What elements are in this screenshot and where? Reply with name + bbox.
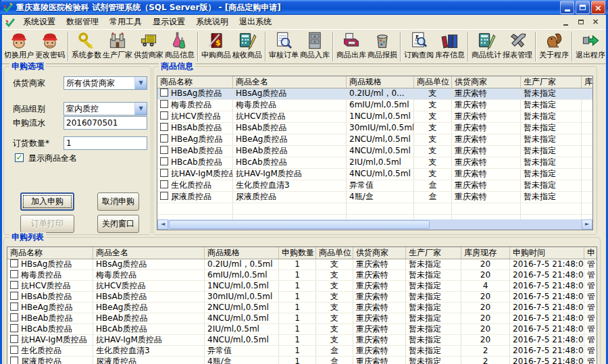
print-order-button[interactable]: 订单打印 (20, 215, 74, 233)
show-full-name-checkbox[interactable]: ✓ (15, 153, 24, 162)
toolbar-button-switch-user[interactable]: 切换用户 (3, 30, 34, 63)
toolbar-button-exit[interactable]: 退出程序 (575, 30, 606, 63)
table-row[interactable]: HBsAg质控品HBsAg质控品0.2IU/ml，0...支重庆索特暂未指定 (157, 88, 592, 100)
toolbar-button-stock-in[interactable]: 商品入库 (299, 30, 330, 63)
row-checkbox[interactable] (160, 88, 168, 97)
column-header[interactable]: 商品单位 (316, 247, 353, 259)
toolbar-button-order-review[interactable]: EFPTOZ订购查阅 (403, 30, 434, 63)
table-row[interactable]: 梅毒质控品梅毒质控品6mIU/ml,0.5ml支重庆索特暂未指定 (157, 100, 592, 111)
row-checkbox[interactable] (10, 259, 18, 267)
table-row[interactable]: HBeAg质控品HBeAg质控品2NCU/ml,0.5ml支重庆索特暂未指定 (157, 134, 592, 146)
row-checkbox[interactable] (160, 146, 168, 154)
table-row[interactable]: 抗HCV质控品抗HCV质控品1NCU/ml,0.5ml1支重庆索特暂未指定420… (7, 281, 597, 292)
child-minimize-button[interactable] (559, 16, 572, 28)
column-header[interactable]: 商品规格 (347, 76, 414, 88)
row-checkbox[interactable] (160, 192, 168, 200)
table-row[interactable]: HBeAb质控品HBeAb质控品4NCU/ml,0.5ml支重庆索特暂未指定 (157, 146, 592, 157)
column-header[interactable]: 商品单位 (414, 76, 452, 88)
row-checkbox[interactable] (10, 303, 18, 311)
column-header[interactable]: 申购数量 (279, 247, 316, 259)
column-header[interactable]: 商品名称 (7, 247, 93, 259)
column-header[interactable]: 申购时间 (510, 247, 584, 259)
row-checkbox[interactable] (10, 281, 18, 289)
row-checkbox[interactable] (10, 335, 18, 343)
toolbar-button-purchase-request[interactable]: $申购商品 (201, 30, 232, 63)
close-window-button[interactable]: 关闭窗口 (97, 215, 139, 233)
table-row[interactable]: HBsAb质控品HBsAb质控品30mIU/ml,0.5ml支重庆索特暂未指定 (157, 123, 592, 134)
column-header[interactable]: 库 (582, 76, 593, 88)
table-row[interactable]: HBsAb质控品HBsAb质控品30mIU/ml,0.5ml1支重庆索特暂未指定… (7, 292, 597, 303)
table-row[interactable]: 生化质控品生化质控血清3异常值盒重庆索特暂未指定 (157, 180, 592, 192)
menu-item-data-management[interactable]: 数据管理 (61, 16, 104, 28)
toolbar-button-inventory-info[interactable]: 库存信息 (434, 30, 465, 63)
table-row[interactable]: HBsAg质控品HBsAg质控品0.2IU/ml，0.5ml1支重庆索特暂未指定… (7, 259, 597, 270)
table-row[interactable]: HBeAg质控品HBeAg质控品2NCU/ml,0.5ml1支重庆索特暂未指定2… (7, 303, 597, 313)
row-checkbox[interactable] (10, 270, 18, 278)
horizontal-scrollbar[interactable]: ◄ ► (157, 219, 592, 230)
toolbar-button-product-info[interactable]: 商品信息 (164, 30, 195, 63)
close-button[interactable]: × (591, 1, 605, 14)
toolbar-button-receive-goods[interactable]: 核收商品 (232, 30, 263, 63)
menu-item-exit-system[interactable]: 退出系统 (234, 16, 277, 28)
minimize-button[interactable] (560, 1, 574, 14)
table-row[interactable]: HBcAb质控品HBcAb质控品2IU/ml,0.5ml支重庆索特暂未指定 (157, 157, 592, 169)
column-header[interactable]: 商品名称 (157, 76, 233, 88)
child-restore-button[interactable] (574, 16, 587, 28)
table-row[interactable]: 尿液质控品尿液质控品4瓶/盒盒重庆索特暂未指定 (157, 192, 592, 203)
row-checkbox[interactable] (160, 169, 168, 177)
menu-item-system-settings[interactable]: 系统设置 (18, 16, 61, 28)
column-header[interactable]: 库房现存 (461, 247, 510, 259)
add-to-request-button[interactable]: 加入申购 (20, 192, 74, 211)
toolbar-button-manufacturers[interactable]: 生产厂家 (102, 30, 133, 63)
chevron-down-icon[interactable]: ▼ (134, 103, 147, 115)
toolbar-button-stock-out[interactable]: 商品出库 (336, 30, 367, 63)
row-checkbox[interactable] (10, 313, 18, 321)
row-checkbox[interactable] (160, 111, 168, 120)
toolbar-button-about[interactable]: 关于程序 (538, 30, 569, 63)
column-header[interactable]: 供货商家 (353, 247, 406, 259)
menu-item-display-settings[interactable]: 显示设置 (147, 16, 191, 28)
column-header[interactable]: 商品规格 (205, 247, 279, 259)
scroll-left-icon[interactable]: ◄ (157, 219, 168, 230)
toolbar-button-change-password[interactable]: 更改密码 (34, 30, 66, 63)
table-row[interactable]: 抗HAV-IgM质控品抗HAV-IgM质控品4NCU/ml,0.5ml1支重庆索… (7, 335, 597, 346)
toolbar-button-report-loss[interactable]: 商品报损 (367, 30, 398, 63)
menu-item-common-tools[interactable]: 常用工具 (104, 16, 147, 28)
row-checkbox[interactable] (10, 346, 18, 354)
table-row[interactable]: 抗HCV质控品抗HCV质控品1NCU/ml,0.5ml支重庆索特暂未指定 (157, 111, 592, 123)
column-header[interactable]: 商品全名 (93, 247, 205, 259)
toolbar-button-system-params[interactable]: 系统参数 (71, 30, 102, 63)
row-checkbox[interactable] (160, 180, 168, 188)
table-row[interactable]: 抗HAV-IgM质控品抗HAV-IgM质控品4NCU/ml,0.5ml支重庆索特… (157, 169, 592, 180)
row-checkbox[interactable] (10, 292, 18, 300)
table-row[interactable]: HBcAb质控品HBcAb质控品2IU/ml,0.5ml1支重庆索特暂未指定20… (7, 324, 597, 335)
product-group-select[interactable]: 室内质控 ▼ (64, 102, 147, 115)
row-checkbox[interactable] (160, 123, 168, 131)
qty-input[interactable] (64, 136, 147, 150)
toolbar-button-report-management[interactable]: 报表管理 (502, 30, 533, 63)
row-checkbox[interactable] (160, 134, 168, 142)
serial-input[interactable] (64, 116, 147, 130)
toolbar-button-audit-orders[interactable]: 审核订单 (268, 30, 299, 63)
table-row[interactable]: HBeAb质控品HBeAb质控品4NCU/ml,0.5ml1支重庆索特暂未指定2… (7, 313, 597, 324)
chevron-down-icon[interactable]: ▼ (134, 77, 147, 89)
column-header[interactable]: 商品全名 (233, 76, 347, 88)
table-row[interactable]: 梅毒质控品梅毒质控品6mIU/ml,0.5ml1支重庆索特暂未指定202016-… (7, 270, 597, 281)
toolbar-button-product-stats[interactable]: 商品统计 (471, 30, 502, 63)
scroll-right-icon[interactable]: ► (582, 219, 592, 230)
row-checkbox[interactable] (160, 157, 168, 165)
row-checkbox[interactable] (160, 100, 168, 108)
row-checkbox[interactable] (10, 357, 18, 364)
column-header[interactable]: 生产厂家 (406, 247, 461, 259)
child-close-button[interactable]: × (589, 16, 602, 28)
scrollbar-thumb[interactable] (169, 220, 430, 229)
menu-item-system-help[interactable]: 系统说明 (191, 16, 234, 28)
cancel-request-button[interactable]: 取消申购 (97, 192, 139, 211)
maximize-button[interactable] (576, 1, 590, 14)
column-header[interactable]: 申 (584, 247, 597, 259)
table-row[interactable]: 尿液质控品尿液质控品4瓶/盒1盒重庆索特暂未指定22016-7-5 21:48:… (7, 357, 597, 364)
toolbar-button-suppliers[interactable]: 供货商家 (133, 30, 164, 63)
column-header[interactable]: 供货商家 (452, 76, 521, 88)
column-header[interactable]: 生产厂家 (521, 76, 582, 88)
supplier-select[interactable]: 所有供货商家 ▼ (64, 76, 147, 90)
